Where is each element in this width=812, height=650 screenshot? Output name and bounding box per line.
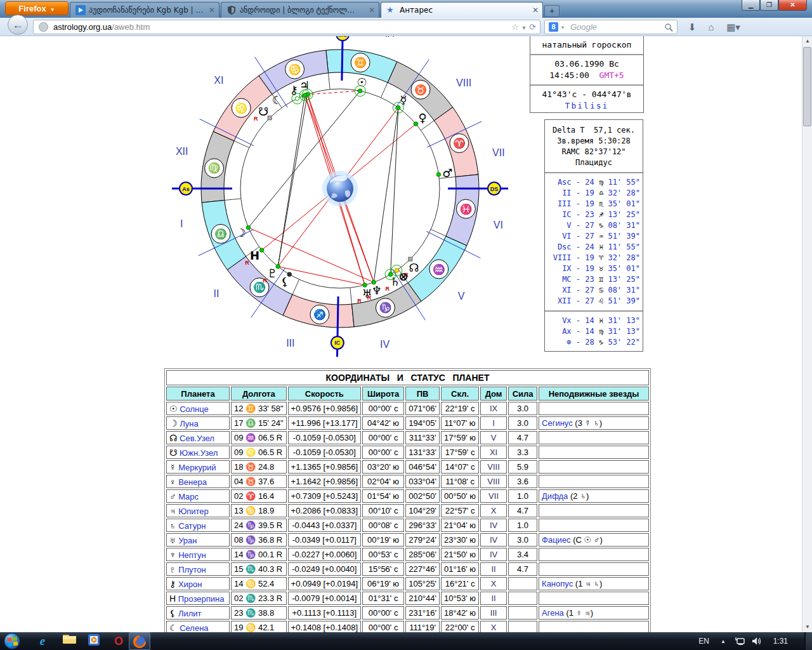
stars-cell <box>539 548 649 561</box>
stars-cell: Фациес (C ☉ ♂) <box>539 533 649 547</box>
planet-link[interactable]: Сатурн <box>178 521 206 531</box>
downloads-button[interactable]: ⬇ <box>684 20 700 35</box>
declination-cell: 14°07' с <box>441 460 479 474</box>
window-titlebar: Firefox▼ აუდიოჩანაწერები Kgb Kgb | 238 ა… <box>0 0 812 18</box>
opera-icon[interactable]: O <box>109 633 128 649</box>
star-link[interactable]: Фациес <box>542 535 571 545</box>
media-player-icon[interactable] <box>84 633 103 649</box>
planet-row: ⚸ Лилит23 ♏ 38.8+0.1113 [+0.1113]00°00' … <box>166 606 649 620</box>
tab-close-icon[interactable]: ✕ <box>532 6 539 15</box>
close-button[interactable]: ✕ <box>778 0 807 11</box>
network-icon[interactable] <box>735 636 746 649</box>
star-link[interactable]: Сегинус <box>542 418 573 428</box>
planet-link[interactable]: Прозерпина <box>178 594 225 604</box>
house-cell: X <box>480 504 507 517</box>
volume-icon[interactable] <box>751 636 763 649</box>
planet-link[interactable]: Плутон <box>178 565 206 574</box>
planet-link[interactable]: Марс <box>178 492 199 501</box>
search-engine-dropdown-icon[interactable]: ▼ <box>560 25 565 30</box>
show-desktop-button[interactable] <box>804 632 812 650</box>
planet-position-dot <box>303 93 306 97</box>
planet-link[interactable]: Лилит <box>178 609 202 618</box>
planet-link[interactable]: Нептун <box>178 550 206 560</box>
tab-title: ანდროიდი | ბლოგი ტექნოლოგია <box>240 6 357 15</box>
browser-tab[interactable]: ★Антарес✕ <box>381 2 543 18</box>
firefox-menu-button[interactable]: Firefox▼ <box>5 1 69 15</box>
planet-glyph-neptune: ♆ <box>372 284 382 297</box>
tab-close-icon[interactable]: ✕ <box>209 6 215 15</box>
tab-close-icon[interactable]: ✕ <box>369 6 375 15</box>
planet-row: ☿ Меркурий18 ♉ 24.8+1.1365 [+0.9856]03°2… <box>166 460 649 474</box>
explorer-folder-icon[interactable] <box>60 633 79 649</box>
firefox-taskbar-button[interactable] <box>129 632 150 650</box>
planet-position-dot <box>276 265 280 269</box>
planet-link[interactable]: Уран <box>178 536 197 545</box>
planet-row: ☋ Южн.Узел09 ♌ 06.5 R-0.1059 [-0.0530]00… <box>166 446 649 459</box>
house-number: VIII <box>456 77 471 88</box>
speed-cell: +0.0949 [+0.0194] <box>288 577 362 590</box>
browser-tab[interactable]: ანდროიდი | ბლოგი ტექნოლოგია✕ <box>221 2 379 18</box>
planet-link[interactable]: Венера <box>178 477 207 487</box>
planet-link[interactable]: Сев.Узел <box>180 434 214 443</box>
reload-icon[interactable]: ⟳ <box>529 22 536 32</box>
search-bar[interactable]: 8▼Google <box>544 20 678 34</box>
divider <box>530 54 643 55</box>
axis-label: IC <box>334 340 341 346</box>
internet-explorer-icon[interactable]: e <box>33 633 52 649</box>
planet-link[interactable]: Солнце <box>180 404 209 414</box>
planet-name-cell: ♄ Сатурн <box>166 519 230 532</box>
planet-link[interactable]: Луна <box>180 419 199 428</box>
house-cell: IX <box>480 402 507 415</box>
stars-cell <box>539 504 649 517</box>
maximize-button[interactable]: ❐ <box>760 0 778 11</box>
taskbar-clock[interactable]: 1:31 <box>773 637 788 646</box>
start-button[interactable] <box>4 633 20 649</box>
home-button[interactable]: ⌂ <box>703 20 719 35</box>
planet-link[interactable]: Юпитер <box>178 507 209 516</box>
latitude-cell: 03°20' ю <box>362 460 404 474</box>
speed-cell: -0.1059 [-0.0530] <box>288 431 362 444</box>
column-header: Скорость <box>288 387 362 401</box>
star-link[interactable]: Дифда <box>542 491 568 501</box>
back-button[interactable]: ← <box>8 15 28 35</box>
star-link[interactable]: Канопус <box>542 579 573 588</box>
aspect-line <box>278 95 307 267</box>
search-icon[interactable] <box>664 23 673 34</box>
scroll-up-icon[interactable]: ▲ <box>802 36 812 46</box>
tray-expand-icon[interactable]: ▲ <box>721 639 726 644</box>
latitude-cell: 00°00' с <box>362 446 404 459</box>
zodiac-sign-glyph: ♈ <box>453 137 466 149</box>
latitude-cell: 01°31' с <box>362 592 404 605</box>
zodiac-sign-glyph: ♓ <box>459 203 472 215</box>
new-tab-button[interactable]: + <box>544 5 560 17</box>
pv-cell: 311°33' <box>405 431 440 444</box>
planet-link[interactable]: Хирон <box>178 580 202 589</box>
zodiac-sign-glyph: ♊ <box>354 56 367 69</box>
url-dropdown-icon[interactable]: ▼ <box>521 25 527 31</box>
column-header: ПВ <box>405 387 440 401</box>
column-header: Неподвижные звезды <box>539 387 649 401</box>
scroll-down-icon[interactable]: ▼ <box>802 622 812 632</box>
pv-cell: 104°29' <box>405 504 440 517</box>
horoscope-date: 03.06.1990 Вс <box>530 58 643 70</box>
bookmark-star-icon[interactable]: ☆ <box>511 22 519 32</box>
longitude-cell: 09 ♌ 06.5 R <box>231 446 287 459</box>
house-cusp-row: XII - 27 ♌ 51' 39" <box>545 296 643 307</box>
extra-point-row: ⊗ - 28 ♑ 53' 22" <box>545 337 643 348</box>
language-indicator[interactable]: EN <box>698 637 709 646</box>
planet-name-cell: ♂ Марс <box>166 489 230 503</box>
bookmarks-menu-button[interactable]: ▦▾ <box>722 20 745 35</box>
scrollbar[interactable]: ▲ ▼ <box>802 36 812 632</box>
minimize-button[interactable]: ▁ <box>742 0 760 11</box>
planet-glyph-mercury: ☿ <box>400 93 407 107</box>
scrollbar-thumb[interactable] <box>803 47 811 126</box>
star-link[interactable]: Агена <box>542 608 564 618</box>
planet-link[interactable]: Меркурий <box>178 463 216 472</box>
pv-cell: 105°25' <box>405 577 440 590</box>
planet-link[interactable]: Селена <box>180 623 208 633</box>
planet-link[interactable]: Южн.Узел <box>180 448 218 458</box>
stars-cell <box>539 446 649 459</box>
url-bar[interactable]: astrology.org.ua/aweb.htm ☆ ▼ ⟳ <box>33 20 540 34</box>
house-cusp-row: XI - 27 ♋ 08' 31" <box>545 285 643 296</box>
browser-tab[interactable]: აუდიოჩანაწერები Kgb Kgb | 238 აუ...✕ <box>70 2 219 18</box>
